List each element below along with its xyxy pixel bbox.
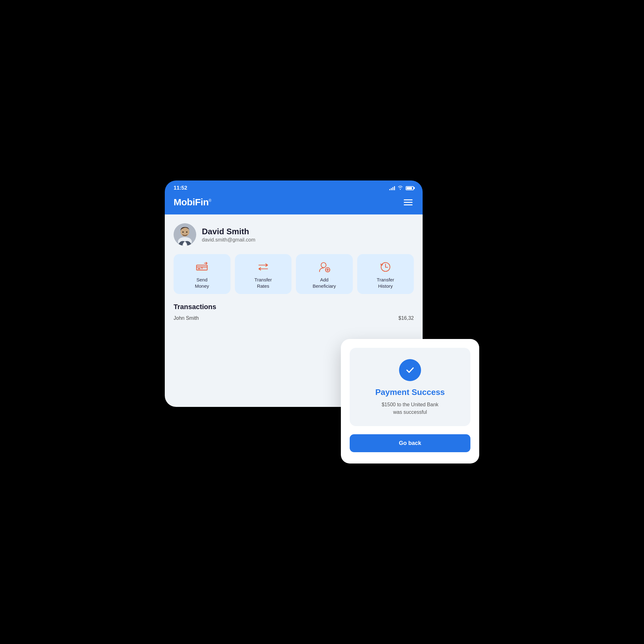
svg-text:$: $: [201, 267, 203, 269]
user-profile: David Smith david.smith@gmail.com: [174, 223, 414, 246]
send-money-icon: $: [195, 260, 208, 274]
user-info: David Smith david.smith@gmail.com: [202, 227, 255, 243]
send-money-tile[interactable]: $ SendMoney: [174, 254, 230, 294]
transfer-rates-label: TransferRates: [254, 277, 272, 289]
status-time: 11:52: [174, 185, 187, 191]
success-card-inner: Payment Success $1500 to the United Bank…: [350, 348, 470, 426]
send-money-label: SendMoney: [195, 277, 209, 289]
add-beneficiary-label: AddBeneficiary: [313, 277, 336, 289]
wifi-icon: [397, 186, 403, 191]
user-name: David Smith: [202, 227, 255, 236]
app-logo: MobiFin®: [174, 197, 211, 208]
transactions-section: Transactions John Smith $16,32: [174, 303, 414, 321]
status-bar: 11:52: [165, 180, 423, 194]
transfer-rates-icon: [257, 260, 270, 274]
signal-icon: [389, 186, 395, 190]
transaction-amount: $16,32: [398, 315, 414, 321]
header-bar: MobiFin®: [165, 194, 423, 214]
svg-point-3: [182, 231, 184, 233]
user-email: david.smith@gmail.com: [202, 237, 255, 243]
add-beneficiary-icon: [318, 260, 331, 274]
transfer-history-icon: [379, 260, 392, 274]
transfer-history-tile[interactable]: TransferHistory: [357, 254, 414, 294]
go-back-button[interactable]: Go back: [350, 434, 470, 452]
check-circle-icon: [399, 359, 421, 381]
avatar: [174, 223, 196, 246]
transfer-history-label: TransferHistory: [377, 277, 394, 289]
success-title: Payment Success: [375, 387, 445, 397]
status-icons: [389, 186, 414, 191]
transfer-rates-tile[interactable]: TransferRates: [235, 254, 292, 294]
svg-rect-8: [198, 268, 200, 269]
menu-button[interactable]: [403, 198, 414, 207]
svg-point-11: [321, 263, 326, 268]
transaction-name: John Smith: [174, 315, 199, 321]
svg-point-2: [180, 228, 189, 236]
battery-icon: [406, 186, 414, 190]
success-card: Payment Success $1500 to the United Bank…: [341, 339, 479, 464]
add-beneficiary-tile[interactable]: AddBeneficiary: [296, 254, 353, 294]
action-grid: $ SendMoney: [174, 254, 414, 294]
transactions-title: Transactions: [174, 303, 414, 311]
table-row: John Smith $16,32: [174, 315, 414, 321]
svg-point-4: [186, 231, 187, 233]
success-description: $1500 to the United Bankwas successful: [382, 401, 439, 416]
